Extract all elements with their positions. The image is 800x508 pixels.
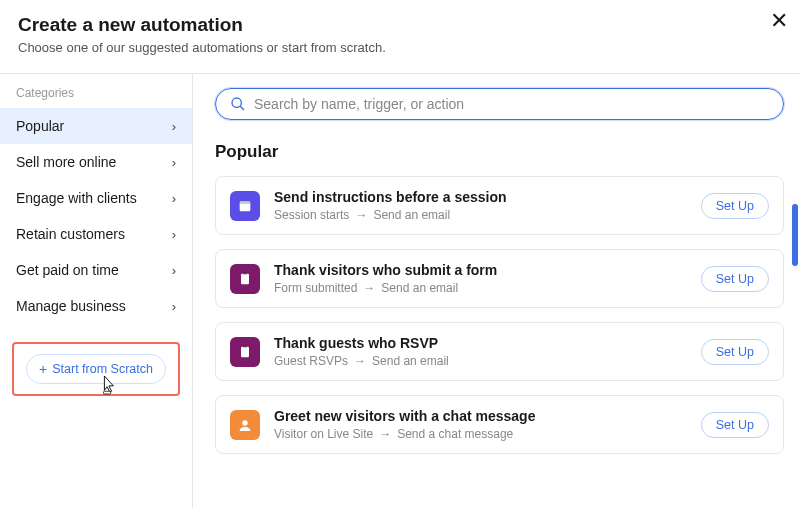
chevron-right-icon: › (172, 191, 176, 206)
svg-rect-7 (241, 346, 249, 357)
chevron-right-icon: › (172, 119, 176, 134)
automation-card: Greet new visitors with a chat message V… (215, 395, 784, 454)
automation-card: Send instructions before a session Sessi… (215, 176, 784, 235)
setup-button[interactable]: Set Up (701, 193, 769, 219)
svg-point-9 (242, 420, 247, 425)
automation-card: Thank guests who RSVP Guest RSVPs → Send… (215, 322, 784, 381)
sidebar-item-label: Sell more online (16, 154, 116, 170)
card-title: Thank guests who RSVP (274, 335, 687, 351)
svg-rect-8 (243, 345, 247, 348)
start-from-scratch-button[interactable]: + Start from Scratch (26, 354, 166, 384)
chevron-right-icon: › (172, 227, 176, 242)
clipboard-icon (230, 337, 260, 367)
card-trigger: Guest RSVPs (274, 354, 348, 368)
page-subtitle: Choose one of our suggested automations … (18, 40, 782, 55)
card-trigger: Form submitted (274, 281, 357, 295)
svg-rect-4 (240, 201, 251, 204)
search-input[interactable] (254, 96, 769, 112)
search-field[interactable] (215, 88, 784, 120)
main-content: Popular Send instructions before a sessi… (193, 74, 800, 508)
chevron-right-icon: › (172, 263, 176, 278)
sidebar-item-label: Engage with clients (16, 190, 137, 206)
arrow-right-icon: → (379, 427, 391, 441)
svg-point-1 (232, 98, 241, 107)
page-title: Create a new automation (18, 14, 782, 36)
chevron-right-icon: › (172, 299, 176, 314)
card-title: Greet new visitors with a chat message (274, 408, 687, 424)
close-icon[interactable]: ✕ (770, 10, 788, 32)
arrow-right-icon: → (354, 354, 366, 368)
scrollbar-thumb[interactable] (792, 204, 798, 266)
sidebar-item-sell-online[interactable]: Sell more online › (0, 144, 192, 180)
sidebar: Categories Popular › Sell more online › … (0, 74, 193, 508)
clipboard-icon (230, 264, 260, 294)
card-title: Thank visitors who submit a form (274, 262, 687, 278)
svg-rect-6 (243, 272, 247, 275)
card-action: Send an email (381, 281, 458, 295)
plus-icon: + (39, 361, 47, 377)
sidebar-item-label: Get paid on time (16, 262, 119, 278)
sidebar-item-label: Retain customers (16, 226, 125, 242)
arrow-right-icon: → (355, 208, 367, 222)
card-title: Send instructions before a session (274, 189, 687, 205)
sidebar-item-label: Popular (16, 118, 64, 134)
sidebar-heading: Categories (0, 74, 192, 108)
automation-card: Thank visitors who submit a form Form su… (215, 249, 784, 308)
scratch-label: Start from Scratch (52, 362, 153, 376)
calendar-icon (230, 191, 260, 221)
sidebar-item-label: Manage business (16, 298, 126, 314)
setup-button[interactable]: Set Up (701, 266, 769, 292)
card-action: Send an email (373, 208, 450, 222)
svg-rect-0 (104, 391, 111, 394)
svg-line-2 (240, 106, 244, 110)
sidebar-item-engage[interactable]: Engage with clients › (0, 180, 192, 216)
search-icon (230, 96, 246, 112)
card-trigger: Session starts (274, 208, 349, 222)
setup-button[interactable]: Set Up (701, 339, 769, 365)
card-trigger: Visitor on Live Site (274, 427, 373, 441)
setup-button[interactable]: Set Up (701, 412, 769, 438)
sidebar-item-retain[interactable]: Retain customers › (0, 216, 192, 252)
chevron-right-icon: › (172, 155, 176, 170)
sidebar-item-popular[interactable]: Popular › (0, 108, 192, 144)
card-action: Send a chat message (397, 427, 513, 441)
section-title: Popular (215, 142, 784, 162)
sidebar-item-manage[interactable]: Manage business › (0, 288, 192, 324)
card-action: Send an email (372, 354, 449, 368)
sidebar-item-paid[interactable]: Get paid on time › (0, 252, 192, 288)
person-icon (230, 410, 260, 440)
svg-rect-5 (241, 273, 249, 284)
arrow-right-icon: → (363, 281, 375, 295)
start-from-scratch-highlight: + Start from Scratch (12, 342, 180, 396)
